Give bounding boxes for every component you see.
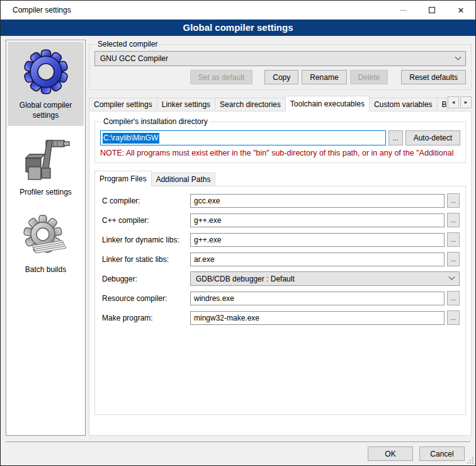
note-text: NOTE: All programs must exist either in … (100, 149, 460, 157)
sidebar-item-batch-builds[interactable]: Batch builds (8, 208, 84, 281)
c-compiler-label: C compiler: (102, 196, 190, 205)
main-panel: Selected compiler GNU GCC Compiler Set a… (89, 40, 472, 436)
resource-compiler-label: Resource compiler: (102, 294, 190, 303)
make-program-input[interactable] (190, 311, 445, 325)
cpp-compiler-input[interactable] (190, 213, 445, 227)
static-linker-row: Linker for static libs: ... (102, 252, 460, 266)
cpp-compiler-label: C++ compiler: (102, 216, 190, 225)
debugger-select-value: GDB/CDB debugger : Default (196, 275, 295, 283)
make-program-browse-button[interactable]: ... (447, 310, 460, 325)
compiler-settings-dialog: Compiler settings ✕ Global compiler sett… (0, 0, 476, 466)
rename-button[interactable]: Rename (302, 70, 346, 84)
resource-compiler-input[interactable] (190, 292, 445, 305)
settings-tabs: Compiler settings Linker settings Search… (89, 96, 472, 111)
debugger-select[interactable]: GDB/CDB debugger : Default (190, 271, 460, 286)
make-program-label: Make program: (102, 314, 190, 322)
tab-custom-variables[interactable]: Custom variables (369, 98, 438, 111)
tab-compiler-settings[interactable]: Compiler settings (89, 98, 157, 111)
c-compiler-input[interactable] (190, 194, 445, 208)
cpp-compiler-browse-button[interactable]: ... (447, 213, 460, 227)
set-as-default-button: Set as default (190, 70, 252, 84)
debugger-label: Debugger: (102, 275, 190, 283)
make-program-row: Make program: ... (102, 310, 460, 325)
installation-directory-group: Compiler's installation directory C:\ray… (94, 117, 466, 163)
tab-scroll-right-icon[interactable]: ▸ (460, 96, 472, 108)
tab-search-directories[interactable]: Search directories (215, 98, 286, 111)
static-linker-label: Linker for static libs: (102, 255, 190, 264)
maximize-icon (429, 7, 435, 13)
auto-detect-button[interactable]: Auto-detect (405, 130, 460, 145)
compiler-buttons: Set as default Copy Rename Delete Reset … (94, 70, 466, 84)
ok-button[interactable]: OK (368, 446, 413, 461)
tab-build-options[interactable]: Build options (437, 98, 447, 111)
dialog-buttons: OK Cancel (368, 446, 465, 461)
cancel-button[interactable]: Cancel (419, 446, 465, 461)
delete-button: Delete (350, 70, 388, 84)
installation-directory-browse-button[interactable]: ... (388, 130, 403, 145)
program-tabs: Program Files Additional Paths (94, 171, 466, 186)
window-title: Compiler settings (1, 6, 71, 14)
blue-gear-icon (21, 47, 71, 96)
compiler-select[interactable]: GNU GCC Compiler (94, 51, 466, 66)
chevron-down-icon (455, 54, 462, 60)
tab-linker-settings[interactable]: Linker settings (157, 98, 215, 111)
copy-button[interactable]: Copy (264, 70, 298, 84)
resize-grip-icon[interactable] (467, 457, 473, 463)
tab-toolchain-executables[interactable]: Toolchain executables (285, 96, 370, 111)
installation-directory-row: C:\raylib\MinGW ... Auto-detect (100, 130, 460, 145)
resource-compiler-row: Resource compiler: ... (102, 291, 460, 305)
sidebar-item-label: Global compiler settings (10, 101, 81, 120)
selected-compiler-legend: Selected compiler (96, 40, 159, 48)
c-compiler-browse-button[interactable]: ... (447, 193, 460, 208)
minimize-button (388, 1, 417, 20)
caliper-icon (21, 137, 71, 183)
c-compiler-row: C compiler: ... (102, 193, 460, 208)
page-title: Global compiler settings (1, 20, 475, 36)
footer-separator (6, 441, 470, 442)
maximize-button[interactable] (417, 1, 446, 20)
debugger-row: Debugger: GDB/CDB debugger : Default (102, 271, 460, 286)
installation-directory-value: C:\raylib\MinGW (103, 133, 159, 144)
reset-defaults-button[interactable]: Reset defaults (401, 70, 466, 84)
selected-compiler-group: Selected compiler GNU GCC Compiler Set a… (89, 40, 472, 90)
minimize-icon (400, 10, 407, 11)
tab-additional-paths[interactable]: Additional Paths (151, 173, 216, 186)
close-icon: ✕ (458, 6, 465, 14)
settings-category-list: Global compiler settings (6, 40, 86, 436)
installation-directory-legend: Compiler's installation directory (101, 117, 210, 126)
chevron-down-icon (449, 274, 455, 280)
sidebar-item-global-compiler-settings[interactable]: Global compiler settings (8, 42, 84, 126)
dynamic-linker-row: Linker for dynamic libs: ... (102, 232, 460, 247)
dynamic-linker-browse-button[interactable]: ... (447, 232, 460, 247)
window-controls: ✕ (388, 1, 475, 20)
gray-gear-papers-icon (21, 214, 71, 261)
static-linker-browse-button[interactable]: ... (447, 252, 460, 266)
compiler-select-value: GNU GCC Compiler (100, 54, 168, 63)
close-button[interactable]: ✕ (446, 1, 475, 20)
installation-directory-input[interactable]: C:\raylib\MinGW (100, 130, 386, 145)
cpp-compiler-row: C++ compiler: ... (102, 213, 460, 227)
resource-compiler-browse-button[interactable]: ... (447, 291, 460, 305)
static-linker-input[interactable] (190, 253, 445, 266)
dynamic-linker-input[interactable] (190, 233, 445, 247)
tab-program-files[interactable]: Program Files (94, 171, 152, 186)
tab-scroll-arrows: ◂ ▸ (448, 96, 472, 108)
dynamic-linker-label: Linker for dynamic libs: (102, 236, 190, 244)
toolchain-executables-panel: Compiler's installation directory C:\ray… (89, 111, 472, 436)
title-bar: Compiler settings ✕ (1, 1, 475, 20)
program-files-panel: C compiler: ... C++ compiler: ... Linker… (94, 186, 466, 415)
sidebar-item-profiler-settings[interactable]: Profiler settings (8, 131, 84, 203)
sidebar-item-label: Profiler settings (20, 188, 72, 198)
tab-scroll-left-icon[interactable]: ◂ (448, 96, 459, 108)
sidebar-item-label: Batch builds (25, 265, 66, 275)
